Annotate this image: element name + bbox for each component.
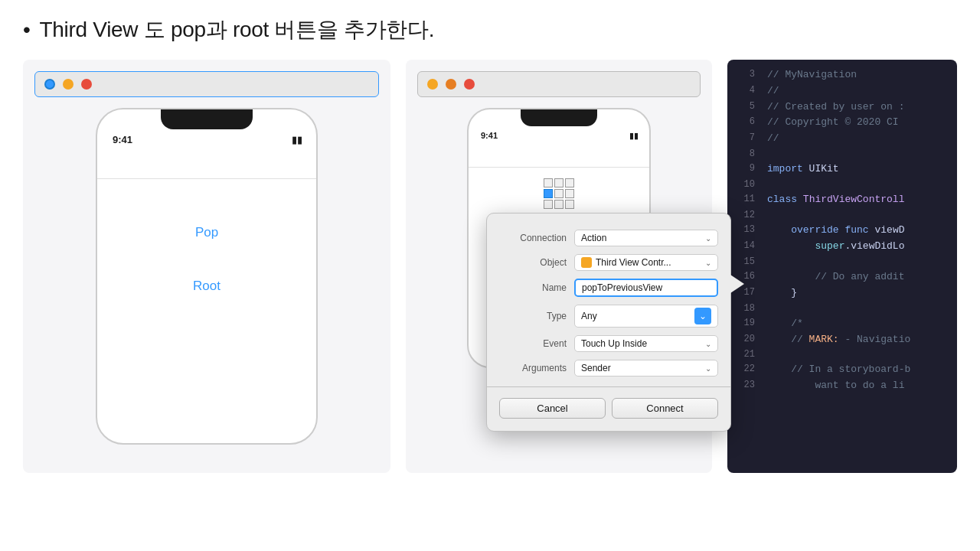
dialog-row-type: Type Any ⌄ (487, 301, 730, 331)
dialog-divider (487, 386, 730, 387)
type-select[interactable]: Any ⌄ (574, 305, 718, 328)
dialog-buttons: Cancel Connect (487, 393, 730, 422)
page-title: Third View 도 pop과 root 버튼을 추가한다. (40, 15, 435, 44)
phone-notch-left (161, 109, 253, 129)
grid-cell-1 (544, 178, 553, 187)
code-line-22: 22 // In a storyboard-b (727, 362, 957, 378)
type-blue-chevron-icon[interactable]: ⌄ (694, 308, 711, 324)
left-toolbar (34, 71, 379, 97)
arguments-select[interactable]: Sender ⌄ (574, 360, 718, 377)
code-line-23: 23 want to do a li (727, 378, 957, 394)
root-button-label[interactable]: Root (193, 279, 220, 294)
connection-value: Action (581, 233, 606, 243)
cancel-button[interactable]: Cancel (499, 398, 606, 419)
name-field-wrap[interactable]: popToPreviousView (574, 279, 718, 297)
code-line-4: 4 // (727, 83, 957, 99)
arguments-chevron-icon: ⌄ (705, 364, 711, 373)
code-line-14: 14 super.viewDidLo (727, 239, 957, 255)
connect-button[interactable]: Connect (612, 398, 718, 419)
code-line-18: 18 (727, 302, 957, 316)
phone-status-right-left: ▮▮ (292, 134, 302, 145)
object-field-wrap[interactable]: Third View Contr... ⌄ (574, 254, 718, 271)
dialog-row-arguments: Arguments Sender ⌄ (487, 356, 730, 380)
left-phone-device: 9:41 ▮▮ Pop Root (96, 108, 318, 445)
object-icon (581, 257, 592, 268)
code-line-12: 12 (727, 208, 957, 223)
grid-cell-9 (565, 200, 574, 209)
storyboard-time: 9:41 (481, 131, 498, 140)
code-line-5: 5 // Created by user on : (727, 99, 957, 116)
code-line-19: 19 /* (727, 316, 957, 332)
phone-time-left: 9:41 (113, 134, 132, 145)
code-line-15: 15 (727, 255, 957, 269)
toolbar-circle2-yellow (427, 79, 438, 90)
code-panel: 3 // MyNavigation 4 // 5 // Created by u… (727, 60, 957, 473)
connection-dialog: Connection Action ⌄ Object (486, 213, 731, 432)
code-line-16: 16 // Do any addit (727, 269, 957, 285)
code-line-20: 20 // MARK: - Navigatio (727, 332, 957, 348)
grid-cell-5 (554, 189, 564, 198)
dialog-row-name: Name popToPreviousView (487, 275, 730, 301)
grid-icon (544, 178, 574, 209)
left-phone-panel: 9:41 ▮▮ Pop Root (23, 60, 390, 473)
arguments-field-wrap[interactable]: Sender ⌄ (574, 360, 718, 377)
connection-chevron-icon: ⌄ (705, 234, 711, 243)
code-line-9: 9 import UIKit (727, 161, 957, 178)
name-input[interactable]: popToPreviousView (574, 279, 718, 297)
pop-button-label[interactable]: Pop (195, 225, 218, 240)
code-line-6: 6 // Copyright © 2020 CI (727, 115, 957, 131)
arguments-label: Arguments (499, 363, 567, 373)
code-line-17: 17 } (727, 285, 957, 302)
code-line-3: 3 // MyNavigation (727, 67, 957, 83)
event-select[interactable]: Touch Up Inside ⌄ (574, 335, 718, 352)
right-toolbar (417, 71, 701, 97)
object-value: Third View Contr... (596, 257, 671, 268)
phone-content-left: Pop Root (97, 179, 316, 443)
title-line: • Third View 도 pop과 root 버튼을 추가한다. (23, 15, 957, 44)
toolbar-circle2-red (464, 79, 475, 90)
toolbar-circle2-orange (446, 79, 456, 90)
object-chevron-icon: ⌄ (705, 259, 711, 267)
storyboard-notch (521, 109, 597, 126)
connection-label: Connection (499, 233, 567, 243)
name-label: Name (499, 282, 567, 293)
arguments-value: Sender (581, 363, 611, 373)
object-select[interactable]: Third View Contr... ⌄ (574, 254, 718, 271)
phone-nav-bar-left (97, 152, 316, 179)
grid-cell-8 (554, 200, 564, 209)
toolbar-circle-blue (44, 79, 55, 90)
dialog-arrow-icon (730, 275, 744, 293)
type-value: Any (581, 311, 597, 321)
page-container: • Third View 도 pop과 root 버튼을 추가한다. 9:41 … (0, 0, 980, 551)
grid-cell-6 (565, 189, 574, 198)
event-label: Event (499, 338, 567, 349)
code-line-11: 11 class ThirdViewControll (727, 192, 957, 208)
toolbar-circle-red (81, 79, 92, 90)
storyboard-status: ▮▮ (629, 131, 639, 141)
event-field-wrap[interactable]: Touch Up Inside ⌄ (574, 335, 718, 352)
event-chevron-icon: ⌄ (705, 340, 711, 348)
dialog-row-event: Event Touch Up Inside ⌄ (487, 331, 730, 356)
dialog-row-connection: Connection Action ⌄ (487, 226, 730, 250)
connection-select[interactable]: Action ⌄ (574, 230, 718, 246)
toolbar-circle-yellow (63, 79, 74, 90)
content-area: 9:41 ▮▮ Pop Root 9:41 ▮▮ (23, 60, 957, 488)
grid-cell-7 (544, 200, 553, 209)
code-line-13: 13 override func viewD (727, 223, 957, 239)
code-line-8: 8 (727, 147, 957, 161)
type-field-wrap[interactable]: Any ⌄ (574, 305, 718, 328)
code-line-10: 10 (727, 178, 957, 192)
right-storyboard-panel: 9:41 ▮▮ Root (406, 60, 712, 473)
grid-cell-4 (544, 189, 553, 198)
connection-field[interactable]: Action ⌄ (574, 230, 718, 246)
object-label: Object (499, 257, 567, 268)
event-value: Touch Up Inside (581, 338, 647, 349)
bullet: • (23, 18, 31, 42)
type-label: Type (499, 311, 567, 321)
code-line-21: 21 (727, 347, 957, 362)
grid-cell-2 (554, 178, 564, 187)
storyboard-nav (469, 145, 649, 168)
dialog-row-object: Object Third View Contr... ⌄ (487, 250, 730, 275)
code-line-7: 7 // (727, 131, 957, 147)
grid-cell-3 (565, 178, 574, 187)
